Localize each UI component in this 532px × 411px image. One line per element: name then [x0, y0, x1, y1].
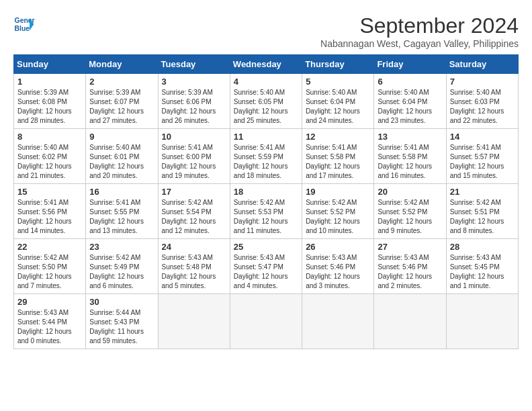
sunset-label: Sunset: 5:44 PM — [17, 318, 67, 326]
sunrise-label: Sunrise: 5:42 AM — [378, 199, 429, 206]
calendar-day-cell: 21 Sunrise: 5:42 AM Sunset: 5:51 PM Dayl… — [446, 184, 518, 239]
sunset-label: Sunset: 5:52 PM — [378, 208, 427, 216]
sunrise-label: Sunrise: 5:41 AM — [89, 199, 140, 206]
sunset-label: Sunset: 6:07 PM — [89, 98, 139, 105]
sunset-label: Sunset: 6:08 PM — [17, 98, 67, 105]
daylight-label: Daylight: 12 hours and 12 minutes. — [162, 218, 216, 234]
header-monday: Monday — [86, 55, 158, 74]
calendar-day-cell: 14 Sunrise: 5:41 AM Sunset: 5:57 PM Dayl… — [446, 129, 518, 184]
day-info: Sunrise: 5:40 AM Sunset: 6:03 PM Dayligh… — [450, 88, 515, 126]
daylight-label: Daylight: 12 hours and 11 minutes. — [234, 218, 288, 234]
day-number: 27 — [378, 242, 442, 252]
daylight-label: Daylight: 12 hours and 0 minutes. — [17, 328, 72, 345]
sunrise-label: Sunrise: 5:43 AM — [306, 254, 357, 261]
sunset-label: Sunset: 6:06 PM — [162, 98, 212, 105]
day-number: 14 — [450, 132, 515, 142]
day-number: 7 — [450, 77, 515, 87]
day-number: 21 — [450, 187, 515, 197]
daylight-label: Daylight: 12 hours and 5 minutes. — [162, 273, 216, 289]
daylight-label: Daylight: 12 hours and 20 minutes. — [89, 163, 144, 179]
daylight-label: Daylight: 12 hours and 27 minutes. — [89, 107, 144, 124]
sunset-label: Sunset: 6:01 PM — [89, 153, 139, 161]
daylight-label: Daylight: 12 hours and 9 minutes. — [378, 218, 432, 234]
calendar-day-cell: 27 Sunrise: 5:43 AM Sunset: 5:46 PM Dayl… — [374, 239, 446, 294]
sunrise-label: Sunrise: 5:42 AM — [450, 199, 501, 206]
daylight-label: Daylight: 12 hours and 25 minutes. — [234, 107, 288, 124]
calendar-day-cell: 19 Sunrise: 5:42 AM Sunset: 5:52 PM Dayl… — [302, 184, 374, 239]
calendar-week-row: 22 Sunrise: 5:42 AM Sunset: 5:50 PM Dayl… — [14, 239, 519, 294]
daylight-label: Daylight: 12 hours and 23 minutes. — [378, 107, 432, 124]
day-info: Sunrise: 5:41 AM Sunset: 6:00 PM Dayligh… — [162, 143, 226, 181]
calendar-day-cell: 20 Sunrise: 5:42 AM Sunset: 5:52 PM Dayl… — [374, 184, 446, 239]
sunset-label: Sunset: 5:52 PM — [306, 208, 355, 216]
sunset-label: Sunset: 5:49 PM — [89, 263, 139, 271]
day-info: Sunrise: 5:42 AM Sunset: 5:54 PM Dayligh… — [162, 198, 226, 236]
sunset-label: Sunset: 6:00 PM — [162, 153, 212, 161]
calendar-day-cell: 23 Sunrise: 5:42 AM Sunset: 5:49 PM Dayl… — [86, 239, 158, 294]
sunset-label: Sunset: 5:48 PM — [162, 263, 212, 271]
day-info: Sunrise: 5:44 AM Sunset: 5:43 PM Dayligh… — [89, 308, 154, 346]
header-thursday: Thursday — [302, 55, 374, 74]
day-info: Sunrise: 5:39 AM Sunset: 6:08 PM Dayligh… — [17, 88, 82, 126]
day-info: Sunrise: 5:42 AM Sunset: 5:49 PM Dayligh… — [89, 253, 154, 291]
day-number: 30 — [89, 297, 154, 307]
day-number: 11 — [234, 132, 298, 142]
calendar-day-cell: 30 Sunrise: 5:44 AM Sunset: 5:43 PM Dayl… — [86, 294, 158, 349]
daylight-label: Daylight: 12 hours and 19 minutes. — [162, 163, 216, 179]
daylight-label: Daylight: 12 hours and 14 minutes. — [17, 218, 72, 234]
daylight-label: Daylight: 12 hours and 13 minutes. — [89, 218, 144, 234]
calendar-day-cell: 16 Sunrise: 5:41 AM Sunset: 5:55 PM Dayl… — [86, 184, 158, 239]
sunset-label: Sunset: 6:03 PM — [450, 98, 500, 105]
day-info: Sunrise: 5:39 AM Sunset: 6:07 PM Dayligh… — [89, 88, 154, 126]
sunrise-label: Sunrise: 5:42 AM — [89, 254, 140, 261]
daylight-label: Daylight: 12 hours and 18 minutes. — [234, 163, 288, 179]
calendar-week-row: 8 Sunrise: 5:40 AM Sunset: 6:02 PM Dayli… — [14, 129, 519, 184]
sunrise-label: Sunrise: 5:43 AM — [162, 254, 213, 261]
sunrise-label: Sunrise: 5:42 AM — [306, 199, 357, 206]
header-sunday: Sunday — [14, 55, 86, 74]
sunset-label: Sunset: 5:50 PM — [17, 263, 67, 271]
day-number: 23 — [89, 242, 154, 252]
calendar-day-cell: 15 Sunrise: 5:41 AM Sunset: 5:56 PM Dayl… — [14, 184, 86, 239]
daylight-label: Daylight: 12 hours and 24 minutes. — [306, 107, 360, 124]
sunset-label: Sunset: 5:56 PM — [17, 208, 67, 216]
page-header: General Blue September 2024 Nabannagan W… — [13, 13, 519, 49]
day-info: Sunrise: 5:43 AM Sunset: 5:47 PM Dayligh… — [234, 253, 298, 291]
daylight-label: Daylight: 12 hours and 10 minutes. — [306, 218, 360, 234]
day-number: 8 — [17, 132, 82, 142]
sunset-label: Sunset: 5:58 PM — [306, 153, 355, 161]
daylight-label: Daylight: 12 hours and 4 minutes. — [234, 273, 288, 289]
sunset-label: Sunset: 5:54 PM — [162, 208, 212, 216]
sunrise-label: Sunrise: 5:42 AM — [234, 199, 285, 206]
day-info: Sunrise: 5:41 AM Sunset: 5:56 PM Dayligh… — [17, 198, 82, 236]
daylight-label: Daylight: 12 hours and 1 minute. — [450, 273, 504, 289]
day-number: 1 — [17, 77, 82, 87]
calendar-day-cell — [374, 294, 446, 349]
calendar-day-cell: 11 Sunrise: 5:41 AM Sunset: 5:59 PM Dayl… — [230, 129, 302, 184]
day-number: 9 — [89, 132, 154, 142]
day-number: 4 — [234, 77, 298, 87]
calendar-day-cell: 6 Sunrise: 5:40 AM Sunset: 6:04 PM Dayli… — [374, 74, 446, 129]
day-info: Sunrise: 5:42 AM Sunset: 5:51 PM Dayligh… — [450, 198, 515, 236]
sunset-label: Sunset: 5:47 PM — [234, 263, 283, 271]
calendar-day-cell: 9 Sunrise: 5:40 AM Sunset: 6:01 PM Dayli… — [86, 129, 158, 184]
daylight-label: Daylight: 11 hours and 59 minutes. — [89, 328, 144, 345]
sunset-label: Sunset: 5:51 PM — [450, 208, 500, 216]
daylight-label: Daylight: 12 hours and 16 minutes. — [378, 163, 432, 179]
day-info: Sunrise: 5:40 AM Sunset: 6:05 PM Dayligh… — [234, 88, 298, 126]
header-saturday: Saturday — [446, 55, 518, 74]
header-tuesday: Tuesday — [158, 55, 230, 74]
sunset-label: Sunset: 6:05 PM — [234, 98, 283, 105]
day-number: 5 — [306, 77, 370, 87]
logo: General Blue — [13, 13, 35, 35]
calendar-day-cell: 12 Sunrise: 5:41 AM Sunset: 5:58 PM Dayl… — [302, 129, 374, 184]
sunrise-label: Sunrise: 5:40 AM — [306, 89, 357, 96]
calendar-day-cell: 3 Sunrise: 5:39 AM Sunset: 6:06 PM Dayli… — [158, 74, 230, 129]
sunrise-label: Sunrise: 5:40 AM — [89, 144, 140, 151]
sunrise-label: Sunrise: 5:41 AM — [234, 144, 285, 151]
day-number: 13 — [378, 132, 442, 142]
daylight-label: Daylight: 12 hours and 26 minutes. — [162, 107, 216, 124]
day-info: Sunrise: 5:40 AM Sunset: 6:04 PM Dayligh… — [378, 88, 442, 126]
calendar-week-row: 15 Sunrise: 5:41 AM Sunset: 5:56 PM Dayl… — [14, 184, 519, 239]
day-info: Sunrise: 5:42 AM Sunset: 5:50 PM Dayligh… — [17, 253, 82, 291]
